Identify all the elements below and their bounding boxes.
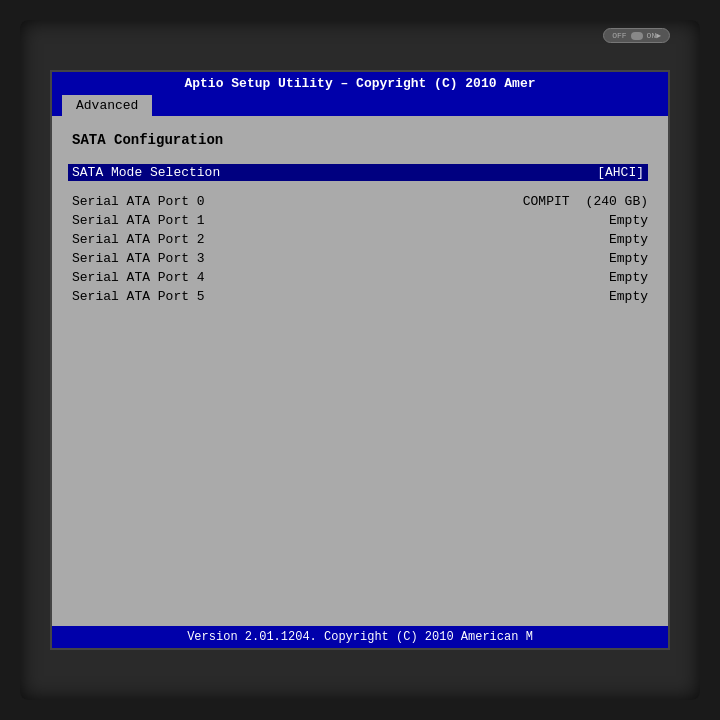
bios-footer: Version 2.01.1204. Copyright (C) 2010 Am… [52, 626, 668, 648]
bios-header: Aptio Setup Utility – Copyright (C) 2010… [52, 72, 668, 95]
on-label: ON▶ [647, 31, 661, 40]
section-title: SATA Configuration [72, 132, 648, 148]
port-value-2: Empty [609, 232, 648, 247]
port-value-0: COMPIT [523, 194, 570, 209]
port-value-5: Empty [609, 289, 648, 304]
bios-tabs: Advanced [52, 95, 668, 116]
off-label: OFF [612, 31, 626, 40]
port-label-1: Serial ATA Port 1 [72, 213, 205, 228]
port-value-3: Empty [609, 251, 648, 266]
port-row-1: Serial ATA Port 1Empty [72, 212, 648, 229]
port-row-4: Serial ATA Port 4Empty [72, 269, 648, 286]
bios-screen: Aptio Setup Utility – Copyright (C) 2010… [50, 70, 670, 650]
port-size-0: (240 GB) [586, 194, 648, 209]
power-switch[interactable]: OFF ON▶ [603, 28, 670, 43]
sata-mode-row[interactable]: SATA Mode Selection [AHCI] [68, 164, 648, 181]
laptop-frame: OFF ON▶ Aptio Setup Utility – Copyright … [20, 20, 700, 700]
footer-text: Version 2.01.1204. Copyright (C) 2010 Am… [187, 630, 533, 644]
port-label-3: Serial ATA Port 3 [72, 251, 205, 266]
power-knob[interactable] [631, 32, 643, 40]
port-label-5: Serial ATA Port 5 [72, 289, 205, 304]
port-label-2: Serial ATA Port 2 [72, 232, 205, 247]
bios-content: SATA Configuration SATA Mode Selection [… [52, 116, 668, 626]
header-title: Aptio Setup Utility – Copyright (C) 2010… [184, 76, 535, 91]
port-row-3: Serial ATA Port 3Empty [72, 250, 648, 267]
sata-mode-label: SATA Mode Selection [72, 165, 220, 180]
port-label-4: Serial ATA Port 4 [72, 270, 205, 285]
tab-advanced[interactable]: Advanced [62, 95, 152, 116]
bios-container: Aptio Setup Utility – Copyright (C) 2010… [52, 72, 668, 648]
port-list: Serial ATA Port 0COMPIT(240 GB)Serial AT… [72, 193, 648, 305]
port-value-1: Empty [609, 213, 648, 228]
port-row-0: Serial ATA Port 0COMPIT(240 GB) [72, 193, 648, 210]
sata-mode-value: [AHCI] [597, 165, 644, 180]
port-value-4: Empty [609, 270, 648, 285]
top-bar: OFF ON▶ [603, 28, 670, 43]
port-label-0: Serial ATA Port 0 [72, 194, 205, 209]
port-row-2: Serial ATA Port 2Empty [72, 231, 648, 248]
port-row-5: Serial ATA Port 5Empty [72, 288, 648, 305]
